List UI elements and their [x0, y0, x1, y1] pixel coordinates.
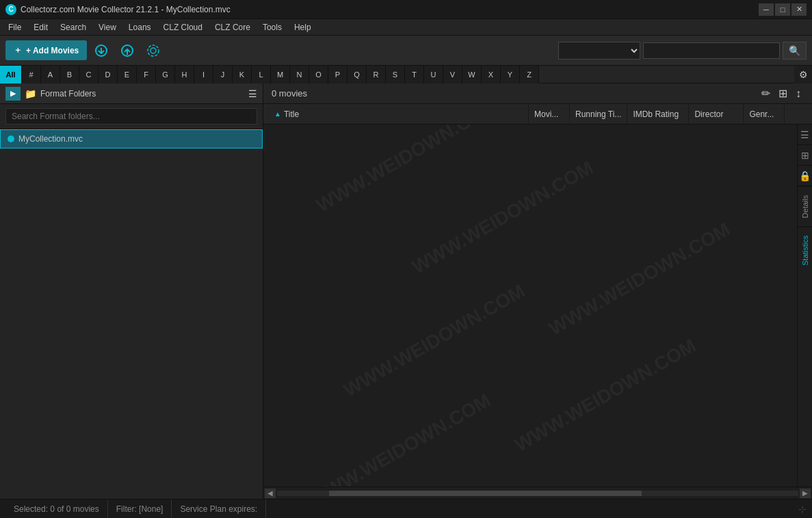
- alpha-q-button[interactable]: Q: [348, 66, 367, 83]
- menu-bar: File Edit Search View Loans CLZ Cloud CL…: [0, 19, 812, 36]
- menu-edit[interactable]: Edit: [28, 21, 53, 34]
- menu-tools[interactable]: Tools: [257, 21, 287, 34]
- sync-up-button[interactable]: [116, 40, 139, 61]
- status-bar: Selected: 0 of 0 movies Filter: [None] S…: [0, 499, 812, 518]
- resize-handle[interactable]: ⊹: [798, 504, 807, 515]
- side-tabs: ☰ ⊞ 🔒 Details Statistics: [797, 125, 812, 487]
- settings-button[interactable]: [142, 40, 165, 61]
- folder-tree: MyCollection.mvc: [0, 129, 263, 499]
- alpha-l-button[interactable]: L: [252, 66, 271, 83]
- sync-down-button[interactable]: [90, 40, 113, 61]
- edit-button[interactable]: ✏: [759, 86, 773, 101]
- col-header-director[interactable]: Director: [689, 104, 744, 124]
- service-plan-text: Service Plan expires:: [180, 504, 257, 514]
- main-layout: ▶ 📁 Format Folders ☰ MyCollection.mvc 0 …: [0, 83, 812, 499]
- alpha-k-button[interactable]: K: [233, 66, 252, 83]
- side-tab-cover-icon[interactable]: 🔒: [798, 166, 813, 186]
- search-input[interactable]: [643, 42, 780, 59]
- right-toolbar: 0 movies ✏ ⊞ ↕: [263, 83, 812, 104]
- alpha-w-button[interactable]: W: [462, 66, 482, 83]
- list-view-button[interactable]: ☰: [248, 88, 257, 99]
- svg-point-3: [148, 45, 159, 56]
- col-title-label: Title: [284, 109, 299, 119]
- side-tab-details[interactable]: Details: [798, 186, 812, 226]
- folder-item-mycollection[interactable]: MyCollection.mvc: [0, 129, 263, 148]
- alpha-d-button[interactable]: D: [99, 66, 118, 83]
- menu-help[interactable]: Help: [289, 21, 317, 34]
- alpha-y-button[interactable]: Y: [501, 66, 520, 83]
- search-folders-input[interactable]: [5, 108, 257, 125]
- alpha-r-button[interactable]: R: [367, 66, 386, 83]
- alpha-f-button[interactable]: F: [137, 66, 156, 83]
- alpha-j-button[interactable]: J: [213, 66, 233, 83]
- alpha-h-button[interactable]: H: [175, 66, 194, 83]
- col-imdb-label: IMDb Rating: [633, 109, 679, 119]
- sync-down-icon: [94, 43, 109, 58]
- menu-file[interactable]: File: [3, 21, 27, 34]
- alpha-b-button[interactable]: B: [60, 66, 79, 83]
- scroll-thumb[interactable]: [329, 491, 642, 496]
- toolbar: ＋ + Add Movies 🔍: [0, 36, 812, 66]
- col-header-running[interactable]: Running Ti...: [570, 104, 627, 124]
- col-genre-label: Genr...: [749, 109, 774, 119]
- alpha-c-button[interactable]: C: [79, 66, 99, 83]
- alpha-settings-button[interactable]: ⚙: [794, 66, 812, 83]
- alpha-i-button[interactable]: I: [194, 66, 213, 83]
- menu-clz-cloud[interactable]: CLZ Cloud: [158, 21, 208, 34]
- alpha-a-button[interactable]: A: [41, 66, 60, 83]
- movies-count: 0 movies: [272, 88, 307, 99]
- alpha-u-button[interactable]: U: [424, 66, 443, 83]
- menu-view[interactable]: View: [93, 21, 122, 34]
- title-bar-left: C Collectorz.com Movie Collector 21.2.1 …: [5, 4, 231, 15]
- col-header-title[interactable]: ▲ Title: [269, 104, 529, 124]
- search-folders-section: [0, 104, 263, 129]
- alpha-g-button[interactable]: G: [156, 66, 175, 83]
- menu-search[interactable]: Search: [55, 21, 92, 34]
- menu-loans[interactable]: Loans: [123, 21, 157, 34]
- content-area: WWW.WEIDOWN.COM WWW.WEIDOWN.COM WWW.WEID…: [263, 125, 812, 487]
- maximize-button[interactable]: □: [775, 3, 790, 16]
- horizontal-scrollbar[interactable]: ◀ ▶: [263, 487, 812, 499]
- settings-icon: [146, 43, 161, 58]
- watermark-1: WWW.WEIDOWN.COM: [313, 125, 501, 217]
- alpha-all-button[interactable]: All: [0, 66, 22, 83]
- right-toolbar-actions: ✏ ⊞ ↕: [759, 86, 804, 101]
- minimize-button[interactable]: ─: [759, 3, 774, 16]
- plus-icon: ＋: [14, 44, 22, 56]
- alpha-v-button[interactable]: V: [443, 66, 462, 83]
- side-tab-grid-icon[interactable]: ⊞: [798, 145, 813, 166]
- side-tab-list-icon[interactable]: ☰: [798, 125, 813, 145]
- watermark-5: WWW.WEIDOWN.COM: [511, 335, 700, 456]
- add-movies-button[interactable]: ＋ + Add Movies: [5, 40, 87, 60]
- search-dropdown[interactable]: [558, 42, 640, 60]
- side-tab-statistics[interactable]: Statistics: [798, 226, 812, 274]
- view-mode-button[interactable]: ⊞: [776, 86, 790, 101]
- alpha-z-button[interactable]: Z: [520, 66, 539, 83]
- nav-back-button[interactable]: ▶: [5, 87, 21, 101]
- col-header-imdb[interactable]: IMDb Rating: [627, 104, 689, 124]
- scroll-left-button[interactable]: ◀: [265, 489, 276, 498]
- status-filter: Filter: [None]: [108, 500, 172, 518]
- alpha-o-button[interactable]: O: [309, 66, 328, 83]
- alpha-s-button[interactable]: S: [386, 66, 405, 83]
- folder-icon: 📁: [25, 88, 36, 99]
- menu-clz-core[interactable]: CLZ Core: [209, 21, 256, 34]
- close-button[interactable]: ✕: [791, 3, 807, 16]
- alpha-x-button[interactable]: X: [482, 66, 501, 83]
- alpha-hash-button[interactable]: #: [22, 66, 41, 83]
- alpha-t-button[interactable]: T: [405, 66, 424, 83]
- watermark-6: WWW.WEIDOWN.COM: [306, 389, 495, 487]
- sort-button[interactable]: ↕: [793, 86, 804, 101]
- alpha-m-button[interactable]: M: [271, 66, 290, 83]
- alpha-p-button[interactable]: P: [328, 66, 348, 83]
- scroll-right-button[interactable]: ▶: [800, 489, 811, 498]
- scroll-track[interactable]: [277, 491, 798, 496]
- folder-item-label: MyCollection.mvc: [18, 134, 83, 144]
- alpha-e-button[interactable]: E: [118, 66, 137, 83]
- search-button[interactable]: 🔍: [783, 42, 807, 60]
- col-header-movi[interactable]: Movi...: [529, 104, 570, 124]
- selected-text: Selected: 0 of 0 movies: [14, 504, 99, 514]
- col-header-genre[interactable]: Genr...: [744, 104, 785, 124]
- alpha-n-button[interactable]: N: [290, 66, 309, 83]
- title-text: Collectorz.com Movie Collector 21.2.1 - …: [21, 5, 231, 14]
